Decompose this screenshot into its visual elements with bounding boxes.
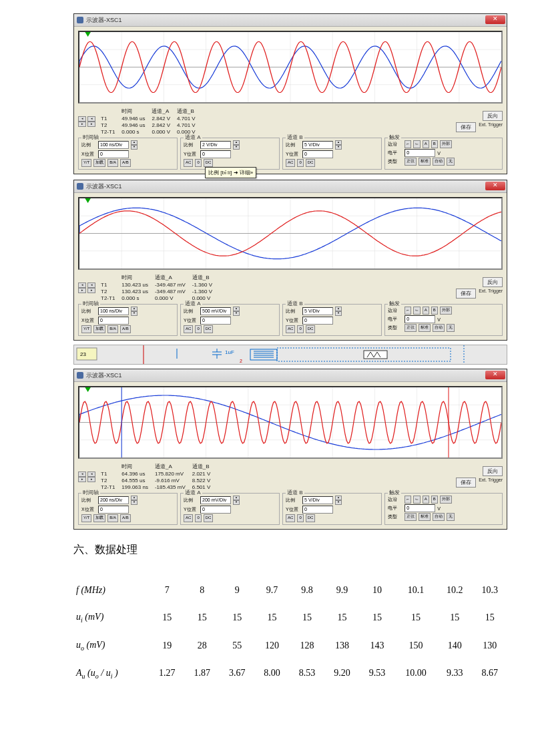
reverse-button[interactable]: 反向 xyxy=(483,277,503,287)
cursor-up-icon[interactable]: ◂ xyxy=(87,282,95,288)
trigger-ext-button[interactable]: 外部 xyxy=(440,496,452,504)
up-icon[interactable]: ▲ xyxy=(233,140,240,145)
channel-a-mode-button[interactable]: DC xyxy=(204,159,214,167)
down-icon[interactable]: ▼ xyxy=(131,500,138,505)
channel-a-mode-button[interactable]: DC xyxy=(204,325,214,333)
channel-a-mode-button[interactable]: 0 xyxy=(195,325,201,333)
timebase-mode-button[interactable]: B/A xyxy=(107,325,118,333)
channel-b-mode-button[interactable]: DC xyxy=(306,325,316,333)
titlebar[interactable]: 示波器-XSC1✕ xyxy=(74,369,507,382)
timebase-mode-button[interactable]: Y/T xyxy=(81,325,91,333)
channel-a-pos-input[interactable]: 0 xyxy=(200,317,231,325)
trigger-type-button[interactable]: 自动 xyxy=(433,513,445,521)
timebase-mode-button[interactable]: A/B xyxy=(120,514,131,522)
up-icon[interactable]: ▲ xyxy=(233,496,240,500)
timebase-mode-button[interactable]: A/B xyxy=(120,325,131,333)
up-icon[interactable]: ▲ xyxy=(131,140,138,145)
scope-display[interactable] xyxy=(78,31,503,104)
up-icon[interactable]: ▲ xyxy=(233,307,240,311)
trigger-type-button[interactable]: 正弦 xyxy=(405,324,417,332)
channel-a-scale-input[interactable]: 2 V/Div xyxy=(200,141,231,149)
cursor-up-icon[interactable]: ◂ xyxy=(87,471,95,477)
trigger-type-button[interactable]: 正弦 xyxy=(405,158,417,166)
level-input[interactable]: 0 xyxy=(405,315,435,323)
reverse-button[interactable]: 反向 xyxy=(483,111,503,121)
trigger-type-button[interactable]: 标准 xyxy=(419,513,431,521)
cursor-up-icon[interactable]: ◂ xyxy=(87,116,95,122)
trigger-b-button[interactable]: B xyxy=(431,307,438,315)
scope-display[interactable] xyxy=(78,197,503,270)
up-icon[interactable]: ▲ xyxy=(131,496,138,500)
trigger-a-button[interactable]: A xyxy=(423,496,429,504)
trigger-type-button[interactable]: 标准 xyxy=(419,324,431,332)
down-icon[interactable]: ▼ xyxy=(233,500,240,505)
cursor-down-icon[interactable]: ▸ xyxy=(78,477,86,482)
close-icon[interactable]: ✕ xyxy=(485,182,505,190)
level-input[interactable]: 0 xyxy=(405,504,435,512)
channel-b-mode-button[interactable]: AC xyxy=(286,325,295,333)
timebase-pos-input[interactable]: 0 xyxy=(98,150,129,158)
timebase-pos-input[interactable]: 0 xyxy=(98,317,129,325)
up-icon[interactable]: ▲ xyxy=(335,496,342,500)
channel-a-scale-input[interactable]: 500 mV/Div xyxy=(200,307,231,315)
up-icon[interactable]: ▲ xyxy=(335,140,342,145)
save-button[interactable]: 保存 xyxy=(456,122,476,132)
down-icon[interactable]: ▼ xyxy=(335,145,342,150)
trigger-type-button[interactable]: 自动 xyxy=(433,158,445,166)
trigger-type-button[interactable]: 无 xyxy=(447,324,455,332)
titlebar[interactable]: 示波器-XSC1✕ xyxy=(74,180,507,193)
channel-b-mode-button[interactable]: 0 xyxy=(297,514,303,522)
channel-a-mode-button[interactable]: AC xyxy=(184,159,193,167)
trigger-type-button[interactable]: 无 xyxy=(447,513,455,521)
level-input[interactable]: 0 xyxy=(405,149,435,157)
cursor-down-icon[interactable]: ▸ xyxy=(87,122,95,127)
trigger-b-button[interactable]: B xyxy=(431,496,438,504)
channel-b-scale-input[interactable]: 5 V/Div xyxy=(302,496,333,504)
timebase-mode-button[interactable]: 加载 xyxy=(93,325,105,333)
channel-b-scale-input[interactable]: 5 V/Div xyxy=(302,141,333,149)
edge-fall-button[interactable]: ⌙ xyxy=(413,307,421,315)
trigger-type-button[interactable]: 自动 xyxy=(433,324,445,332)
down-icon[interactable]: ▼ xyxy=(233,311,240,316)
reverse-button[interactable]: 反向 xyxy=(483,466,503,476)
channel-a-mode-button[interactable]: 0 xyxy=(195,159,201,167)
channel-b-mode-button[interactable]: AC xyxy=(286,159,295,167)
channel-a-pos-input[interactable]: 0 xyxy=(200,150,231,158)
channel-b-pos-input[interactable]: 0 xyxy=(302,317,333,325)
cursor-up-icon[interactable]: ◂ xyxy=(78,282,86,288)
edge-rise-button[interactable]: ⌐ xyxy=(405,307,411,315)
channel-b-mode-button[interactable]: DC xyxy=(306,514,316,522)
channel-a-pos-input[interactable]: 0 xyxy=(200,506,231,514)
channel-b-pos-input[interactable]: 0 xyxy=(302,150,333,158)
channel-b-pos-input[interactable]: 0 xyxy=(302,506,333,514)
trigger-a-button[interactable]: A xyxy=(423,140,429,148)
timebase-mode-button[interactable]: B/A xyxy=(107,514,118,522)
down-icon[interactable]: ▼ xyxy=(335,311,342,316)
save-button[interactable]: 保存 xyxy=(456,478,476,488)
edge-fall-button[interactable]: ⌙ xyxy=(413,496,421,504)
timebase-mode-button[interactable]: 加载 xyxy=(93,159,105,167)
channel-b-scale-input[interactable]: 5 V/Div xyxy=(302,307,333,315)
up-icon[interactable]: ▲ xyxy=(335,307,342,311)
timebase-mode-button[interactable]: Y/T xyxy=(81,514,91,522)
channel-b-mode-button[interactable]: DC xyxy=(306,159,316,167)
save-button[interactable]: 保存 xyxy=(456,289,476,299)
trigger-type-button[interactable]: 无 xyxy=(447,158,455,166)
channel-a-mode-button[interactable]: AC xyxy=(184,325,193,333)
trigger-type-button[interactable]: 标准 xyxy=(419,158,431,166)
cursor-down-icon[interactable]: ▸ xyxy=(87,477,95,482)
timebase-mode-button[interactable]: Y/T xyxy=(81,159,91,167)
edge-fall-button[interactable]: ⌙ xyxy=(413,140,421,148)
down-icon[interactable]: ▼ xyxy=(335,500,342,505)
timebase-scale-input[interactable]: 100 ns/Div xyxy=(98,307,129,315)
trigger-ext-button[interactable]: 外部 xyxy=(440,140,452,148)
trigger-b-button[interactable]: B xyxy=(431,140,438,148)
trigger-ext-button[interactable]: 外部 xyxy=(440,307,452,315)
cursor-down-icon[interactable]: ▸ xyxy=(78,288,86,293)
titlebar[interactable]: 示波器-XSC1✕ xyxy=(74,14,507,27)
trigger-a-button[interactable]: A xyxy=(423,307,429,315)
timebase-mode-button[interactable]: A/B xyxy=(120,159,131,167)
cursor-down-icon[interactable]: ▸ xyxy=(78,122,86,127)
cursor-up-icon[interactable]: ◂ xyxy=(78,116,86,122)
cursor-down-icon[interactable]: ▸ xyxy=(87,288,95,293)
